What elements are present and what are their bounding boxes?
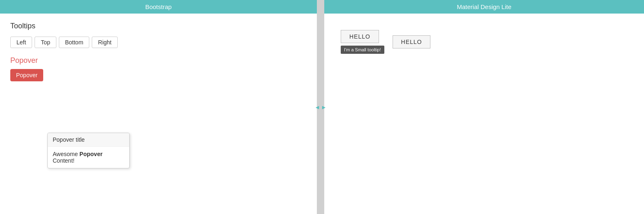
- hello-buttons-group: HELLO I'm a Small tooltip! HELLO: [341, 30, 628, 54]
- tooltip-buttons-group: Left Top Bottom Right: [10, 37, 307, 48]
- hello-button-1[interactable]: HELLO: [341, 30, 379, 43]
- bootstrap-content: Tooltips Left Top Bottom Right Popover P…: [0, 14, 317, 214]
- popover-body-bold: Popover: [79, 151, 102, 157]
- bootstrap-panel: Bootstrap Tooltips Left Top Bottom Right…: [0, 0, 317, 214]
- popover-section-title: Popover: [10, 56, 307, 65]
- popover-body: Awesome Popover Content!: [48, 147, 129, 168]
- left-arrow-icon: ◄: [314, 104, 320, 110]
- popover-title: Popover title: [48, 133, 129, 147]
- bootstrap-header: Bootstrap: [0, 0, 317, 14]
- tooltip-top-button[interactable]: Top: [35, 37, 56, 48]
- popover-body-end: Content!: [53, 157, 74, 164]
- tooltip-left-button[interactable]: Left: [10, 37, 32, 48]
- hello-row: HELLO I'm a Small tooltip! HELLO: [341, 30, 430, 54]
- popover-body-normal: Awesome: [53, 151, 79, 157]
- hello-button-1-wrapper: HELLO I'm a Small tooltip!: [341, 30, 384, 54]
- popover-container: Popover Popover title Awesome Popover Co…: [10, 69, 43, 81]
- divider-arrows[interactable]: ◄►: [314, 104, 327, 110]
- panel-divider: ◄►: [317, 0, 324, 214]
- popover-box: Popover title Awesome Popover Content!: [47, 133, 130, 168]
- hello-button-2[interactable]: HELLO: [393, 35, 431, 48]
- material-panel: Material Design Lite HELLO I'm a Small t…: [324, 0, 644, 214]
- tooltip-right-button[interactable]: Right: [92, 37, 118, 48]
- small-tooltip: I'm a Small tooltip!: [341, 46, 384, 54]
- tooltip-bottom-button[interactable]: Bottom: [59, 37, 89, 48]
- tooltips-section-title: Tooltips: [10, 22, 307, 30]
- material-title: Material Design Lite: [457, 3, 511, 10]
- bootstrap-title: Bootstrap: [145, 3, 172, 10]
- material-header: Material Design Lite: [324, 0, 644, 14]
- popover-trigger-button[interactable]: Popover: [10, 69, 43, 81]
- right-arrow-icon: ►: [321, 104, 327, 110]
- material-content: HELLO I'm a Small tooltip! HELLO: [324, 14, 644, 214]
